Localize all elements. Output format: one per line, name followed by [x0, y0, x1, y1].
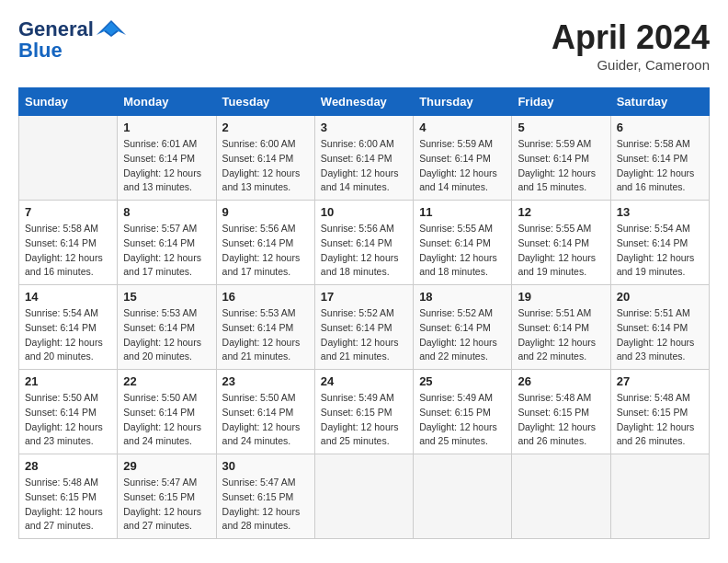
day-cell [610, 454, 709, 539]
day-info: Sunrise: 5:56 AMSunset: 6:14 PMDaylight:… [321, 222, 407, 280]
column-header-saturday: Saturday [610, 88, 709, 116]
day-cell: 30Sunrise: 5:47 AMSunset: 6:15 PMDayligh… [216, 454, 314, 539]
logo-line2: Blue [18, 40, 126, 62]
day-info: Sunrise: 5:52 AMSunset: 6:14 PMDaylight:… [419, 306, 506, 364]
day-number: 23 [222, 374, 309, 388]
day-number: 29 [123, 459, 210, 473]
day-number: 7 [25, 205, 111, 219]
day-cell: 27Sunrise: 5:48 AMSunset: 6:15 PMDayligh… [610, 370, 709, 454]
day-cell: 3Sunrise: 6:00 AMSunset: 6:14 PMDaylight… [314, 116, 413, 201]
day-info: Sunrise: 5:50 AMSunset: 6:14 PMDaylight:… [222, 391, 309, 449]
day-cell: 18Sunrise: 5:52 AMSunset: 6:14 PMDayligh… [414, 285, 512, 370]
day-cell: 20Sunrise: 5:51 AMSunset: 6:14 PMDayligh… [610, 285, 709, 370]
day-cell: 17Sunrise: 5:52 AMSunset: 6:14 PMDayligh… [314, 285, 413, 370]
day-cell: 15Sunrise: 5:53 AMSunset: 6:14 PMDayligh… [118, 285, 216, 370]
day-number: 12 [518, 205, 604, 219]
day-number: 20 [617, 290, 703, 304]
page-header: General Blue April 2024 Guider, Cameroon [18, 18, 710, 73]
day-info: Sunrise: 5:50 AMSunset: 6:14 PMDaylight:… [123, 391, 210, 449]
day-info: Sunrise: 5:51 AMSunset: 6:14 PMDaylight:… [617, 306, 703, 364]
day-info: Sunrise: 5:58 AMSunset: 6:14 PMDaylight:… [617, 137, 703, 195]
day-cell [414, 454, 512, 539]
column-header-thursday: Thursday [414, 88, 512, 116]
day-number: 2 [222, 121, 309, 134]
day-info: Sunrise: 5:48 AMSunset: 6:15 PMDaylight:… [518, 391, 604, 449]
day-info: Sunrise: 5:54 AMSunset: 6:14 PMDaylight:… [25, 306, 111, 364]
day-cell: 2Sunrise: 6:00 AMSunset: 6:14 PMDaylight… [216, 116, 314, 201]
day-number: 27 [617, 374, 703, 388]
day-number: 16 [222, 290, 309, 304]
day-number: 28 [25, 459, 111, 473]
day-cell: 28Sunrise: 5:48 AMSunset: 6:15 PMDayligh… [19, 454, 118, 539]
day-cell: 25Sunrise: 5:49 AMSunset: 6:15 PMDayligh… [414, 370, 512, 454]
day-cell [314, 454, 413, 539]
day-cell: 26Sunrise: 5:48 AMSunset: 6:15 PMDayligh… [512, 370, 610, 454]
day-cell: 19Sunrise: 5:51 AMSunset: 6:14 PMDayligh… [512, 285, 610, 370]
day-info: Sunrise: 5:48 AMSunset: 6:15 PMDaylight:… [617, 391, 703, 449]
location-subtitle: Guider, Cameroon [552, 57, 710, 73]
day-info: Sunrise: 5:49 AMSunset: 6:15 PMDaylight:… [419, 391, 506, 449]
day-cell: 29Sunrise: 5:47 AMSunset: 6:15 PMDayligh… [118, 454, 216, 539]
column-header-tuesday: Tuesday [216, 88, 314, 116]
week-row-1: 1Sunrise: 6:01 AMSunset: 6:14 PMDaylight… [19, 116, 710, 201]
day-number: 3 [321, 121, 407, 134]
day-info: Sunrise: 5:49 AMSunset: 6:15 PMDaylight:… [321, 391, 407, 449]
day-number: 21 [25, 374, 111, 388]
column-header-friday: Friday [512, 88, 610, 116]
day-number: 13 [617, 205, 703, 219]
day-info: Sunrise: 5:59 AMSunset: 6:14 PMDaylight:… [518, 137, 604, 195]
day-cell: 13Sunrise: 5:54 AMSunset: 6:14 PMDayligh… [610, 201, 709, 285]
day-info: Sunrise: 6:01 AMSunset: 6:14 PMDaylight:… [123, 137, 210, 195]
day-number: 4 [419, 121, 506, 134]
day-number: 1 [123, 121, 210, 134]
day-cell: 5Sunrise: 5:59 AMSunset: 6:14 PMDaylight… [512, 116, 610, 201]
day-number: 19 [518, 290, 604, 304]
day-number: 17 [321, 290, 407, 304]
day-cell: 6Sunrise: 5:58 AMSunset: 6:14 PMDaylight… [610, 116, 709, 201]
day-cell [19, 116, 118, 201]
day-number: 26 [518, 374, 604, 388]
day-info: Sunrise: 6:00 AMSunset: 6:14 PMDaylight:… [321, 137, 407, 195]
day-number: 18 [419, 290, 506, 304]
day-number: 11 [419, 205, 506, 219]
day-cell: 7Sunrise: 5:58 AMSunset: 6:14 PMDaylight… [19, 201, 118, 285]
day-cell: 10Sunrise: 5:56 AMSunset: 6:14 PMDayligh… [314, 201, 413, 285]
day-number: 14 [25, 290, 111, 304]
day-info: Sunrise: 5:52 AMSunset: 6:14 PMDaylight:… [321, 306, 407, 364]
week-row-3: 14Sunrise: 5:54 AMSunset: 6:14 PMDayligh… [19, 285, 710, 370]
day-number: 8 [123, 205, 210, 219]
day-number: 10 [321, 205, 407, 219]
day-number: 22 [123, 374, 210, 388]
day-info: Sunrise: 6:00 AMSunset: 6:14 PMDaylight:… [222, 137, 309, 195]
day-info: Sunrise: 5:55 AMSunset: 6:14 PMDaylight:… [518, 222, 604, 280]
day-cell: 14Sunrise: 5:54 AMSunset: 6:14 PMDayligh… [19, 285, 118, 370]
day-cell: 24Sunrise: 5:49 AMSunset: 6:15 PMDayligh… [314, 370, 413, 454]
day-cell: 8Sunrise: 5:57 AMSunset: 6:14 PMDaylight… [118, 201, 216, 285]
calendar-table: SundayMondayTuesdayWednesdayThursdayFrid… [18, 87, 710, 539]
day-cell: 1Sunrise: 6:01 AMSunset: 6:14 PMDaylight… [118, 116, 216, 201]
column-header-sunday: Sunday [19, 88, 118, 116]
day-number: 25 [419, 374, 506, 388]
day-number: 30 [222, 459, 309, 473]
day-info: Sunrise: 5:59 AMSunset: 6:14 PMDaylight:… [419, 137, 506, 195]
day-cell [512, 454, 610, 539]
day-info: Sunrise: 5:55 AMSunset: 6:14 PMDaylight:… [419, 222, 506, 280]
day-info: Sunrise: 5:56 AMSunset: 6:14 PMDaylight:… [222, 222, 309, 280]
day-info: Sunrise: 5:57 AMSunset: 6:14 PMDaylight:… [123, 222, 210, 280]
day-info: Sunrise: 5:47 AMSunset: 6:15 PMDaylight:… [123, 476, 210, 534]
day-cell: 11Sunrise: 5:55 AMSunset: 6:14 PMDayligh… [414, 201, 512, 285]
column-header-wednesday: Wednesday [314, 88, 413, 116]
day-info: Sunrise: 5:51 AMSunset: 6:14 PMDaylight:… [518, 306, 604, 364]
day-number: 6 [617, 121, 703, 134]
day-number: 5 [518, 121, 604, 134]
header-row: SundayMondayTuesdayWednesdayThursdayFrid… [19, 88, 710, 116]
day-info: Sunrise: 5:58 AMSunset: 6:14 PMDaylight:… [25, 222, 111, 280]
day-info: Sunrise: 5:48 AMSunset: 6:15 PMDaylight:… [25, 476, 111, 534]
day-number: 24 [321, 374, 407, 388]
week-row-4: 21Sunrise: 5:50 AMSunset: 6:14 PMDayligh… [19, 370, 710, 454]
month-title: April 2024 [552, 18, 710, 57]
day-info: Sunrise: 5:53 AMSunset: 6:14 PMDaylight:… [123, 306, 210, 364]
day-cell: 23Sunrise: 5:50 AMSunset: 6:14 PMDayligh… [216, 370, 314, 454]
week-row-2: 7Sunrise: 5:58 AMSunset: 6:14 PMDaylight… [19, 201, 710, 285]
day-info: Sunrise: 5:54 AMSunset: 6:14 PMDaylight:… [617, 222, 703, 280]
